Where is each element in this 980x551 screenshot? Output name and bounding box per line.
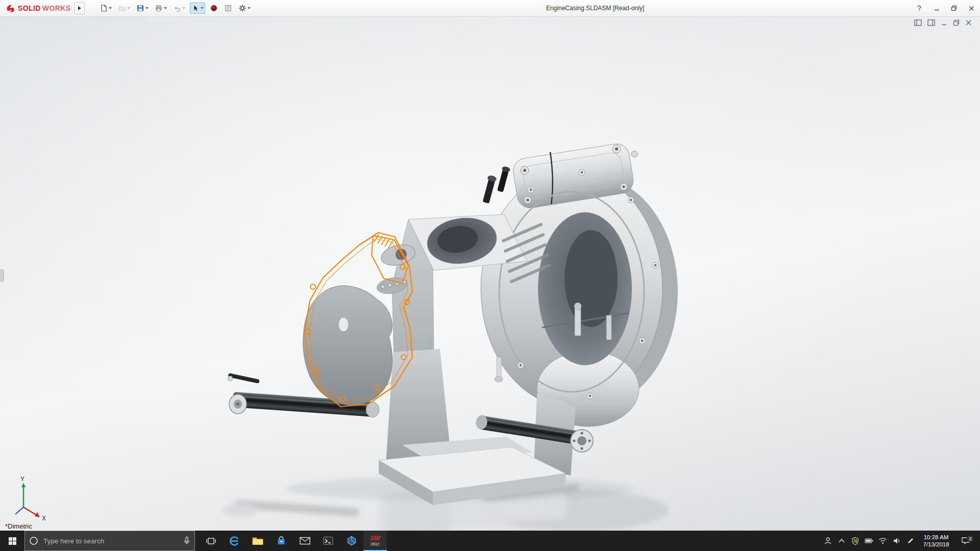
- axis-x-label: X: [42, 515, 46, 522]
- play-arrow-icon: [78, 6, 82, 11]
- clock-date: 7/13/2018: [917, 541, 955, 548]
- brand-text-works: WORKS: [42, 4, 71, 12]
- pen-icon: [906, 537, 914, 545]
- store-bag-icon: [276, 536, 286, 546]
- microphone-icon[interactable]: [183, 536, 190, 545]
- store-button[interactable]: [270, 531, 293, 551]
- doc-close-icon[interactable]: [965, 19, 972, 26]
- new-document-button[interactable]: [98, 3, 113, 14]
- file-explorer-button[interactable]: [246, 531, 270, 551]
- solidworks-year-badge: 2017: [370, 542, 381, 546]
- dropdown-caret-icon[interactable]: [182, 7, 185, 9]
- doc-minimize-icon[interactable]: [941, 19, 947, 26]
- taskbar: SW 2017: [0, 531, 980, 551]
- chevron-up-icon: [838, 538, 845, 543]
- quick-access-toolbar: [98, 3, 252, 14]
- file-properties-icon: [224, 4, 232, 12]
- menu-expand-button[interactable]: [75, 2, 85, 14]
- solidworks-app-icon: SW 2017: [370, 535, 381, 546]
- minimize-icon: [934, 6, 940, 11]
- taskbar-clock[interactable]: 10:28 AM 7/13/2018: [917, 534, 955, 548]
- taskbar-search[interactable]: [24, 531, 195, 551]
- battery-icon: [865, 538, 873, 544]
- edrawings-hexagon-icon: [347, 536, 357, 546]
- windows-logo-icon: [8, 537, 17, 545]
- dropdown-caret-icon[interactable]: [127, 7, 130, 9]
- window-title: EngineCasing.SLDASM [Read-only]: [546, 0, 644, 16]
- options-gear-icon: [238, 4, 247, 12]
- hidden-icons-button[interactable]: [835, 538, 848, 543]
- defender-button[interactable]: [848, 537, 862, 545]
- save-floppy-icon: [136, 4, 144, 12]
- dropdown-caret-icon[interactable]: [145, 7, 149, 9]
- undo-arrow-icon: [173, 4, 181, 12]
- pen-button[interactable]: [903, 537, 917, 545]
- clock-time: 10:28 AM: [917, 534, 955, 541]
- window-controls: ?: [911, 0, 980, 16]
- printer-icon: [155, 4, 163, 12]
- dropdown-caret-icon[interactable]: [248, 7, 251, 9]
- save-button[interactable]: [135, 3, 150, 14]
- action-center-button[interactable]: 2: [955, 537, 976, 545]
- options-button[interactable]: [237, 3, 252, 14]
- close-icon: [969, 6, 974, 11]
- taskbar-apps: SW 2017: [199, 531, 387, 551]
- cortana-circle-icon: [29, 536, 38, 545]
- help-button[interactable]: ?: [911, 0, 928, 16]
- undo-button[interactable]: [172, 3, 187, 14]
- mail-button[interactable]: [293, 531, 316, 551]
- dropdown-caret-icon[interactable]: [109, 7, 112, 9]
- battery-button[interactable]: [862, 538, 876, 544]
- dropdown-caret-icon[interactable]: [201, 7, 204, 9]
- wifi-button[interactable]: [876, 537, 890, 544]
- file-properties-button[interactable]: [223, 3, 234, 14]
- axis-y-label: Y: [20, 475, 24, 483]
- open-folder-icon: [118, 4, 126, 12]
- doc-restore-icon[interactable]: [953, 19, 960, 26]
- restore-icon: [951, 5, 957, 11]
- split-pane-right-icon[interactable]: [927, 19, 935, 26]
- view-orientation-label: *Dimetric: [5, 522, 32, 530]
- close-button[interactable]: [963, 0, 980, 16]
- wifi-icon: [878, 537, 887, 544]
- solidworks-letters: SW: [370, 535, 380, 541]
- ds-logo-icon: [5, 3, 16, 13]
- material-sphere-icon: [210, 4, 218, 12]
- defender-shield-icon: [851, 537, 859, 545]
- graphics-viewport[interactable]: Y X *Dimetric: [0, 16, 980, 531]
- split-pane-left-icon[interactable]: [914, 19, 922, 26]
- solidworks-logo: SOLIDWORKS: [0, 3, 75, 13]
- brand-text-solid: SOLID: [18, 4, 41, 12]
- command-prompt-icon: [323, 536, 333, 545]
- minimize-button[interactable]: [928, 0, 945, 16]
- panel-collapse-handle[interactable]: [0, 269, 4, 282]
- people-button[interactable]: [821, 537, 835, 545]
- engine-casing-model[interactable]: [0, 16, 980, 531]
- file-explorer-icon: [252, 536, 263, 545]
- solidworks-app-button[interactable]: SW 2017: [363, 531, 387, 551]
- mail-envelope-icon: [300, 537, 310, 545]
- new-document-icon: [100, 4, 108, 12]
- system-tray: 10:28 AM 7/13/2018 2: [821, 531, 980, 551]
- task-view-button[interactable]: [199, 531, 223, 551]
- edge-button[interactable]: [223, 531, 246, 551]
- select-cursor-icon: [191, 4, 200, 12]
- volume-button[interactable]: [890, 537, 903, 544]
- edrawings-button[interactable]: [340, 531, 363, 551]
- dropdown-caret-icon[interactable]: [164, 7, 167, 9]
- start-button[interactable]: [0, 531, 24, 551]
- material-button[interactable]: [208, 3, 219, 14]
- titlebar: SOLIDWORKS: [0, 0, 980, 17]
- select-tool-button[interactable]: [190, 3, 205, 14]
- edge-icon: [229, 535, 240, 546]
- orientation-triad: Y X: [4, 475, 60, 529]
- print-button[interactable]: [153, 3, 168, 14]
- task-view-icon: [206, 537, 216, 545]
- document-window-controls: [914, 19, 972, 26]
- search-input[interactable]: [42, 537, 179, 545]
- people-icon: [824, 537, 832, 545]
- open-button[interactable]: [116, 3, 132, 14]
- maximize-button[interactable]: [945, 0, 963, 16]
- command-prompt-button[interactable]: [316, 531, 340, 551]
- top-bolts: [481, 166, 511, 204]
